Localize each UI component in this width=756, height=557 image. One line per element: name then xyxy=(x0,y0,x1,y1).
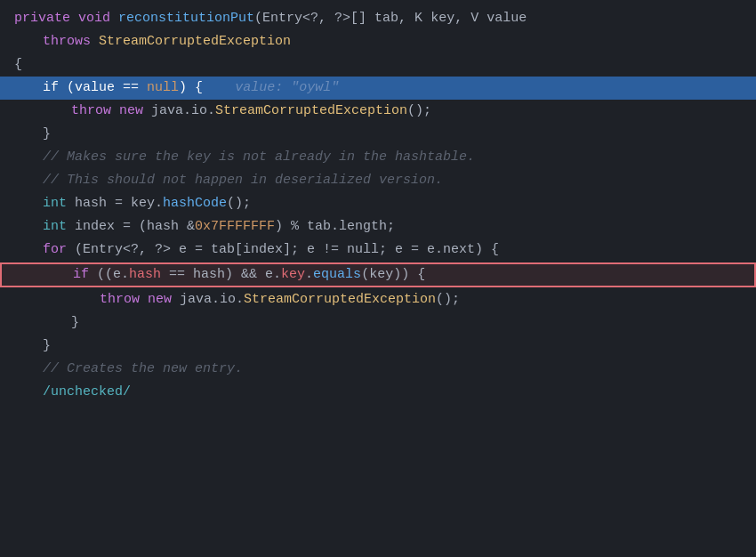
comment-text: // Makes sure the key is not already in … xyxy=(43,147,475,168)
exception-class-3: StreamCorruptedException xyxy=(244,289,436,311)
keyword-int-2: int xyxy=(43,216,67,238)
code-line-highlighted: if ( value == null ) { value: "oywl" xyxy=(0,77,756,100)
code-line: } xyxy=(0,311,756,335)
keyword-private: private xyxy=(14,8,70,29)
code-line: throw new java.io. StreamCorruptedExcept… xyxy=(0,100,756,123)
value-hint: value: "oywl" xyxy=(235,77,339,99)
code-line: for (Entry<?, ?> e = tab[index]; e != nu… xyxy=(0,238,756,262)
method-name: reconstitutionPut xyxy=(118,8,254,29)
keyword-throw: throw xyxy=(71,101,111,122)
keyword-if-2: if xyxy=(73,264,89,286)
code-line: private void reconstitutionPut (Entry<?,… xyxy=(0,7,756,30)
code-line-comment: // Makes sure the key is not already in … xyxy=(0,146,756,169)
keyword-new: new xyxy=(119,101,143,122)
code-line-red-border: if ((e. hash == hash) && e. key . equals… xyxy=(0,262,756,287)
code-line: { xyxy=(0,53,756,77)
code-line: int index = (hash & 0x7FFFFFFF ) % tab.l… xyxy=(0,215,756,238)
keyword-if: if xyxy=(43,77,59,99)
comment-text-2: // This should not happen in deserialize… xyxy=(43,170,443,191)
keyword-int: int xyxy=(43,193,67,214)
keyword-void: void xyxy=(78,8,110,29)
comment-text-3: // Creates the new entry. xyxy=(43,359,243,380)
exception-class-2: StreamCorruptedException xyxy=(215,101,407,122)
keyword-throws: throws xyxy=(43,31,91,52)
code-line: throw new java.io. StreamCorruptedExcept… xyxy=(0,288,756,311)
code-line: } xyxy=(0,335,756,358)
keyword-new-2: new xyxy=(148,289,172,311)
e-hash: hash xyxy=(129,264,161,286)
code-line: int hash = key. hashCode (); xyxy=(0,192,756,215)
code-editor: private void reconstitutionPut (Entry<?,… xyxy=(0,0,756,411)
method-equals: equals xyxy=(313,264,361,286)
code-line-annotation: /unchecked/ xyxy=(0,381,756,404)
hex-value: 0x7FFFFFFF xyxy=(195,216,275,238)
code-line: throws StreamCorruptedException xyxy=(0,30,756,53)
code-line: } xyxy=(0,123,756,146)
method-hashcode: hashCode xyxy=(163,193,227,214)
e-key: key xyxy=(281,264,305,286)
annotation-unchecked: /unchecked/ xyxy=(43,382,131,403)
keyword-null: null xyxy=(147,77,179,99)
exception-class: StreamCorruptedException xyxy=(99,31,291,52)
keyword-for: for xyxy=(43,239,67,261)
keyword-throw-2: throw xyxy=(100,289,140,311)
code-line-comment: // This should not happen in deserialize… xyxy=(0,169,756,192)
code-line-comment: // Creates the new entry. xyxy=(0,358,756,381)
